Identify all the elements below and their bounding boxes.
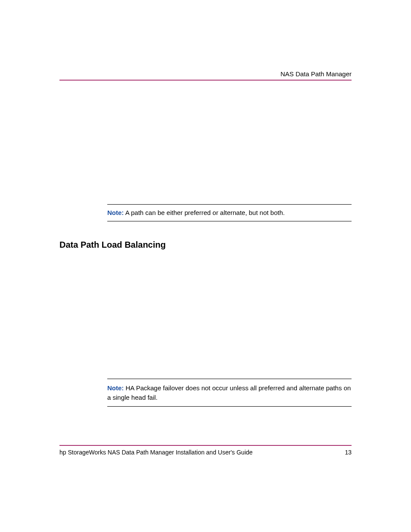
document-page: NAS Data Path Manager Note: A path can b… bbox=[0, 0, 411, 532]
note-box-2: Note: HA Package failover does not occur… bbox=[107, 379, 352, 407]
section-heading: Data Path Load Balancing bbox=[59, 240, 166, 250]
note-text: A path can be either preferred or altern… bbox=[124, 209, 285, 216]
note-label: Note: bbox=[107, 209, 124, 216]
footer: hp StorageWorks NAS Data Path Manager In… bbox=[59, 449, 352, 456]
content-area: Note: A path can be either preferred or … bbox=[59, 80, 352, 446]
page-number: 13 bbox=[345, 449, 352, 456]
note-text: HA Package failover does not occur unles… bbox=[107, 384, 351, 401]
footer-rule bbox=[59, 445, 352, 446]
footer-left: hp StorageWorks NAS Data Path Manager In… bbox=[59, 449, 252, 456]
note-label: Note: bbox=[107, 384, 124, 392]
running-header: NAS Data Path Manager bbox=[280, 70, 352, 78]
note-box-1: Note: A path can be either preferred or … bbox=[107, 204, 352, 221]
